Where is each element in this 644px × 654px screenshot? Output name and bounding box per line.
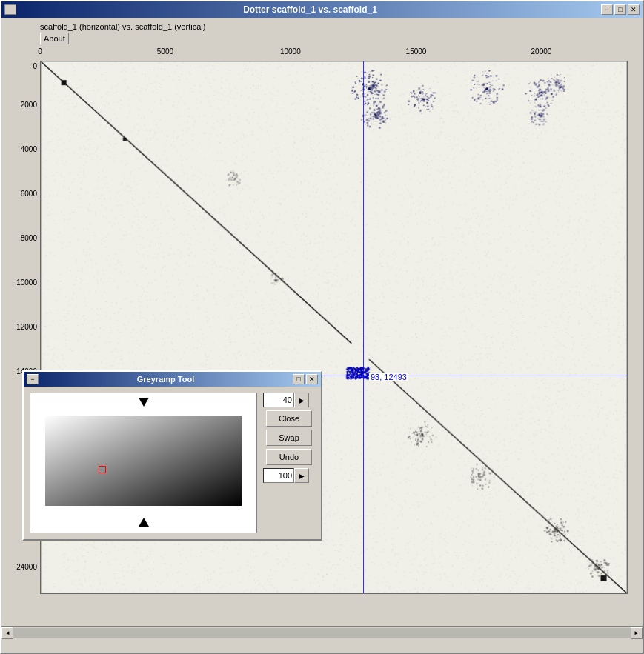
- greyramp-titlebar: − Greyramp Tool □ ✕: [24, 372, 321, 387]
- y-label-6000: 6000: [21, 190, 37, 198]
- greyramp-minimize[interactable]: −: [27, 374, 39, 384]
- undo-button[interactable]: Undo: [266, 449, 312, 465]
- x-axis-label-20000: 20000: [531, 47, 552, 56]
- bottom-value-arrow[interactable]: ▶: [294, 468, 309, 483]
- x-axis-label-5000: 5000: [157, 47, 173, 56]
- top-value-input[interactable]: [263, 393, 294, 407]
- x-axis-label-0: 0: [38, 47, 42, 56]
- greyramp-restore[interactable]: □: [293, 374, 305, 384]
- greyramp-body: ▶ Close Swap Undo ▶: [24, 387, 321, 539]
- swap-button[interactable]: Swap: [266, 430, 312, 446]
- y-label-4000: 4000: [21, 145, 37, 153]
- bottom-scrollbar[interactable]: ◄ ►: [1, 626, 643, 639]
- close-button[interactable]: ✕: [628, 4, 640, 15]
- greyramp-window: − Greyramp Tool □ ✕: [22, 370, 322, 541]
- scroll-right-button[interactable]: ►: [631, 627, 643, 639]
- bottom-triangle: [139, 518, 149, 527]
- x-axis-label-10000: 10000: [280, 47, 301, 56]
- main-content: scaffold_1 (horizontal) vs. scaffold_1 (…: [1, 18, 643, 639]
- greyramp-canvas[interactable]: [30, 393, 257, 533]
- top-triangle: [139, 398, 149, 407]
- greyramp-title: Greyramp Tool: [39, 375, 293, 384]
- close-button[interactable]: Close: [266, 410, 312, 427]
- gradient-rect: [45, 416, 242, 506]
- y-label-8000: 8000: [21, 234, 37, 242]
- greyramp-controls: ▶ Close Swap Undo ▶: [263, 393, 315, 533]
- scroll-left-button[interactable]: ◄: [1, 627, 13, 639]
- minimize-button[interactable]: −: [601, 4, 613, 15]
- bottom-value-row: ▶: [263, 468, 315, 483]
- greyramp-close[interactable]: ✕: [306, 374, 318, 384]
- title-bar: Dotter scaffold_1 vs. scaffold_1 − □ ✕: [1, 1, 643, 18]
- y-label-0: 0: [33, 62, 37, 70]
- bottom-value-input[interactable]: [263, 468, 294, 483]
- y-label-12000: 12000: [16, 323, 37, 331]
- y-label-24000: 24000: [16, 563, 37, 571]
- top-value-arrow[interactable]: ▶: [294, 393, 309, 407]
- red-square-marker: [99, 466, 106, 473]
- window-title: Dotter scaffold_1 vs. scaffold_1: [19, 4, 601, 15]
- top-value-row: ▶: [263, 393, 315, 407]
- window-icon: [4, 4, 16, 15]
- scroll-track[interactable]: [13, 628, 631, 638]
- maximize-button[interactable]: □: [614, 4, 626, 15]
- title-bar-buttons: − □ ✕: [601, 4, 640, 15]
- y-label-10000: 10000: [16, 278, 37, 287]
- y-label-2000: 2000: [21, 101, 37, 109]
- x-axis-label-15000: 15000: [406, 47, 427, 56]
- main-window: Dotter scaffold_1 vs. scaffold_1 − □ ✕ s…: [0, 0, 644, 654]
- plot-subtitle: scaffold_1 (horizontal) vs. scaffold_1 (…: [40, 22, 637, 31]
- about-button[interactable]: About: [40, 33, 69, 44]
